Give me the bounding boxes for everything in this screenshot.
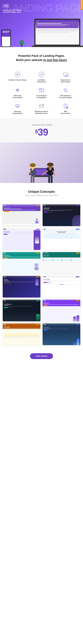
thumb-screen: Showcase your App in style <box>42 324 80 345</box>
documented-label: WellDocumented <box>61 110 70 114</box>
svg-rect-67 <box>34 267 38 270</box>
price-amount: $39 <box>3 127 80 137</box>
concepts-section: Unique Concepts 15 pre-made websites for… <box>0 183 83 204</box>
svg-rect-48 <box>33 176 50 177</box>
thumb-screen: Build smarterwith dark UI <box>42 204 80 226</box>
svg-point-51 <box>30 163 36 167</box>
plant-decoration <box>19 39 24 47</box>
view-demos-section: VIEW DEMOS <box>0 350 83 366</box>
svg-point-59 <box>47 163 54 166</box>
svg-line-34 <box>42 106 44 107</box>
thumb-screen: Go ahead super The Ultimate Appexperienc… <box>3 300 40 321</box>
svg-point-64 <box>36 218 38 220</box>
team-section <box>0 142 83 183</box>
feature-parallax: AwesomeParalax Effect <box>7 103 28 114</box>
price-dollar: $ <box>35 129 38 134</box>
thumb-card: Help yourcustomersconnect faster <box>3 276 40 298</box>
svg-point-12 <box>67 76 68 76</box>
feature-performance: IncrediblePerformance <box>31 71 52 83</box>
svg-point-6 <box>39 72 44 77</box>
thumb-screen: Smart & SecureApp Solution <box>42 300 80 321</box>
svg-point-20 <box>40 89 41 89</box>
premium-label: PREMIUM LANDING PAGE <box>80 0 83 10</box>
svg-point-16 <box>18 91 19 92</box>
svg-rect-52 <box>32 169 34 170</box>
thumb-card: ⬡ ShiftKey How to buy Get your packages <box>42 252 80 274</box>
thumb-screen: MUST YOURBUSINESS GROW <box>3 252 40 274</box>
svg-rect-55 <box>31 176 32 183</box>
svg-point-1 <box>19 40 22 44</box>
feature-mailchimp: ! Working Contact &MailChimp Forms <box>31 103 52 114</box>
creative-icon <box>14 71 21 78</box>
thumb-card: Go ahead super The Ultimate Appexperienc… <box>3 300 40 321</box>
brand-name: Shft <box>4 5 7 7</box>
pack-title: Powerful Pack of Landing Pages. Build yo… <box>6 54 78 62</box>
thumb-screen: Create your uniquewebsite with Shiftkey <box>42 276 80 298</box>
thumb-card: Great for givingyour customers <box>3 228 40 250</box>
thumb-card: Build smarterwith dark UI <box>42 204 80 226</box>
svg-rect-32 <box>40 105 44 108</box>
svg-point-7 <box>42 74 42 74</box>
feature-browser: Cross BrowserCompatibility <box>31 87 52 98</box>
svg-text:✓: ✓ <box>67 107 68 108</box>
svg-line-25 <box>66 91 68 92</box>
hero-section: LANDING PAGE Shft MOBILE APP, SOFTWARE &… <box>0 0 83 47</box>
concepts-subtitle: 15 pre-made websites for your quick star… <box>4 194 79 196</box>
seo-icon <box>62 87 69 94</box>
price-section: ...and much more only for $39 <box>0 118 83 142</box>
concepts-title: Unique Concepts <box>4 190 79 194</box>
svg-rect-62 <box>48 176 50 183</box>
svg-point-2 <box>22 41 24 44</box>
brand-badge: Shft <box>3 4 9 8</box>
features-grid: Creative & Unique Design IncrediblePerfo… <box>0 67 83 118</box>
phone-mockup <box>1 30 11 47</box>
pack-section: Powerful Pack of Landing Pages. Build yo… <box>0 47 83 67</box>
team-illustration <box>21 145 62 183</box>
svg-point-19 <box>40 89 40 89</box>
feature-responsive: Responsive &Retina Ready <box>55 71 76 83</box>
performance-label: IncrediblePerformance <box>37 79 46 83</box>
svg-rect-63 <box>51 176 52 183</box>
parallax-label: AwesomeParalax Effect <box>12 110 22 114</box>
view-demos-button[interactable]: VIEW DEMOS <box>30 353 53 359</box>
svg-rect-56 <box>33 176 34 183</box>
svg-point-14 <box>17 88 18 89</box>
svg-point-15 <box>19 89 20 90</box>
parallax-icon <box>14 103 21 110</box>
documented-icon: ✓ <box>62 103 69 110</box>
thumb-card: Smart & SecureApp Solution <box>42 300 80 321</box>
thumb-screen: Create seamless friendlyUI with our tool… <box>42 228 80 250</box>
thumb-screen: ⬡ ShiftKey How to buy Get your packages <box>42 252 80 274</box>
thumb-screen: Help yourcustomersconnect faster <box>3 276 40 298</box>
responsive-label: Responsive &Retina Ready <box>61 79 70 83</box>
thumb-screen: Great for givingyour customers <box>3 228 40 250</box>
performance-icon <box>38 71 45 78</box>
creative-label: Creative & Unique Design <box>8 79 26 81</box>
thumb-card: Showcase your App in style <box>42 324 80 345</box>
customizable-icon <box>14 87 21 94</box>
laptop-mockup <box>34 19 83 47</box>
thumb-card: Solution Needed? <box>3 204 40 226</box>
thumb-card: Create your uniquewebsite with Shiftkey <box>42 276 80 298</box>
price-number: 39 <box>38 127 48 138</box>
price-intro: ...and much more only for <box>3 124 80 126</box>
seo-label: SEO OptimizedFor Search Engine <box>59 95 72 98</box>
hero-title: MOBILE APP, SOFTWARE &STARTUP LANDING PA… <box>3 9 24 13</box>
thumb-screen: Collect your websiteapp in first places <box>3 324 40 345</box>
svg-text:!: ! <box>43 104 44 105</box>
thumb-screen: Solution Needed? <box>3 204 40 226</box>
customizable-label: 100% FullyCustomizable <box>12 95 22 98</box>
feature-documented: ✓ WellDocumented <box>55 103 76 114</box>
svg-line-33 <box>40 106 41 107</box>
svg-rect-61 <box>49 168 51 170</box>
browser-label: Cross BrowserCompatibility <box>36 95 47 98</box>
feature-seo: SEO OptimizedFor Search Engine <box>55 87 76 98</box>
contact-icon: ! <box>38 103 45 110</box>
thumb-card: MUST YOURBUSINESS GROW <box>3 252 40 274</box>
feature-customizable: 100% FullyCustomizable <box>7 87 28 98</box>
responsive-icon <box>62 71 69 78</box>
feature-creative: Creative & Unique Design <box>7 71 28 83</box>
mailchimp-label: Working Contact &MailChimp Forms <box>35 110 48 114</box>
svg-point-13 <box>17 90 18 91</box>
svg-rect-3 <box>21 45 22 47</box>
